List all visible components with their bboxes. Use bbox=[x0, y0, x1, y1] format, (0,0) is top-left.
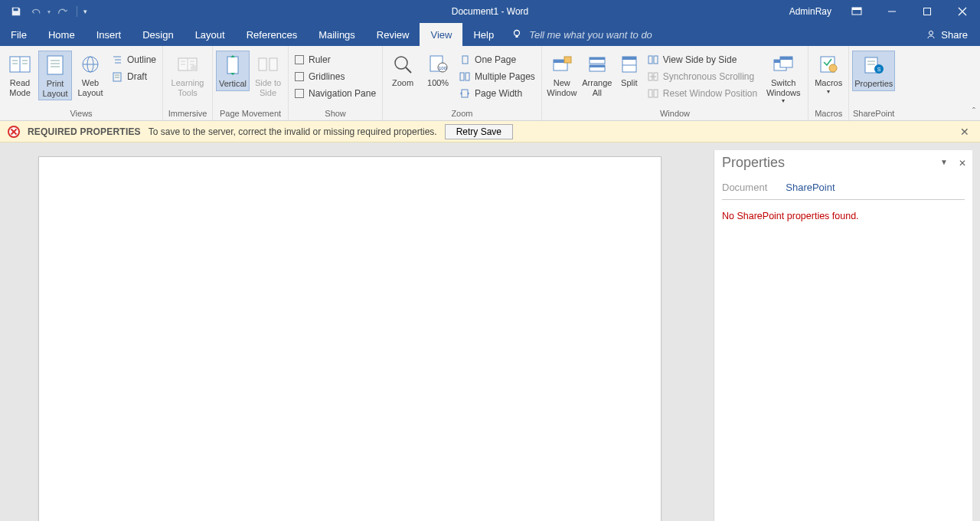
macros-button[interactable]: Macros ▾ bbox=[812, 51, 845, 97]
tab-mailings[interactable]: Mailings bbox=[308, 23, 366, 46]
learning-tools-icon bbox=[175, 52, 200, 77]
svg-rect-38 bbox=[460, 73, 464, 80]
switch-windows-button[interactable]: Switch Windows ▾ bbox=[762, 51, 805, 106]
lightbulb-icon bbox=[512, 29, 523, 40]
svg-rect-52 bbox=[654, 56, 658, 64]
undo-button[interactable] bbox=[28, 3, 44, 20]
outline-button[interactable]: Outline bbox=[112, 52, 156, 67]
share-button[interactable]: Share bbox=[913, 23, 980, 46]
vertical-icon bbox=[220, 53, 245, 77]
view-side-by-side-button[interactable]: View Side by Side bbox=[648, 52, 757, 67]
outline-icon bbox=[112, 54, 122, 65]
navigation-pane-checkbox[interactable]: Navigation Pane bbox=[295, 86, 376, 101]
document-title: Document1 - Word bbox=[452, 6, 528, 17]
minimize-button[interactable] bbox=[874, 0, 910, 23]
message-bar-title: REQUIRED PROPERTIES bbox=[28, 126, 141, 137]
pane-options-button[interactable]: ▼ bbox=[940, 158, 948, 169]
share-label: Share bbox=[941, 29, 968, 41]
redo-button[interactable] bbox=[54, 3, 70, 20]
group-immersive: Learning Tools Immersive bbox=[163, 46, 213, 120]
undo-dropdown-icon[interactable]: ▾ bbox=[47, 8, 51, 15]
message-bar-text: To save to the server, correct the inval… bbox=[149, 126, 437, 137]
dropdown-icon: ▾ bbox=[827, 88, 830, 95]
svg-rect-39 bbox=[466, 73, 469, 80]
svg-rect-55 bbox=[648, 90, 652, 97]
multiple-pages-icon bbox=[459, 71, 470, 82]
ribbon: Read Mode Print Layout Web Layout Outlin… bbox=[0, 46, 980, 121]
multiple-pages-button[interactable]: Multiple Pages bbox=[459, 69, 535, 84]
share-icon bbox=[926, 29, 936, 40]
tab-view[interactable]: View bbox=[420, 23, 462, 46]
side-to-side-icon bbox=[256, 52, 280, 77]
gridlines-checkbox[interactable]: Gridlines bbox=[295, 69, 376, 84]
message-bar: REQUIRED PROPERTIES To save to the serve… bbox=[0, 121, 980, 143]
svg-rect-60 bbox=[780, 57, 792, 60]
ruler-checkbox[interactable]: Ruler bbox=[295, 52, 376, 67]
print-layout-icon bbox=[43, 53, 67, 77]
pane-tabs: Document SharePoint bbox=[722, 177, 965, 200]
pane-tab-document[interactable]: Document bbox=[722, 177, 775, 199]
arrange-all-icon bbox=[585, 52, 609, 77]
read-mode-button[interactable]: Read Mode bbox=[3, 51, 37, 99]
tab-references[interactable]: References bbox=[236, 23, 308, 46]
svg-point-62 bbox=[829, 64, 837, 72]
tab-layout[interactable]: Layout bbox=[185, 23, 236, 46]
qat-customize-icon[interactable]: ▾ bbox=[83, 8, 87, 15]
pane-tab-sharepoint[interactable]: SharePoint bbox=[786, 177, 842, 199]
svg-rect-37 bbox=[462, 56, 468, 64]
svg-point-6 bbox=[514, 31, 520, 36]
tab-review[interactable]: Review bbox=[366, 23, 420, 46]
message-bar-close-button[interactable]: ✕ bbox=[957, 126, 972, 138]
split-button[interactable]: Split bbox=[616, 51, 643, 90]
svg-point-32 bbox=[395, 57, 407, 69]
hundred-percent-icon: 100 bbox=[426, 52, 450, 77]
new-window-button[interactable]: New Window bbox=[545, 51, 579, 99]
group-show: Ruler Gridlines Navigation Pane Show bbox=[289, 46, 383, 120]
web-layout-button[interactable]: Web Layout bbox=[74, 51, 107, 99]
tab-file[interactable]: File bbox=[0, 23, 38, 46]
properties-pane: Properties ▼ ✕ Document SharePoint No Sh… bbox=[714, 150, 972, 521]
tab-insert[interactable]: Insert bbox=[86, 23, 132, 46]
save-icon[interactable] bbox=[8, 3, 24, 20]
ribbon-display-options-button[interactable] bbox=[839, 0, 874, 23]
print-layout-button[interactable]: Print Layout bbox=[38, 51, 72, 100]
collapse-ribbon-button[interactable]: ˆ bbox=[972, 106, 975, 117]
tab-home[interactable]: Home bbox=[38, 23, 86, 46]
group-views: Read Mode Print Layout Web Layout Outlin… bbox=[0, 46, 163, 120]
tab-design[interactable]: Design bbox=[132, 23, 184, 46]
document-page[interactable] bbox=[38, 156, 662, 521]
svg-rect-14 bbox=[47, 56, 63, 74]
tell-me-search[interactable] bbox=[512, 23, 682, 46]
svg-point-7 bbox=[929, 31, 933, 35]
svg-rect-31 bbox=[270, 58, 277, 70]
error-icon bbox=[8, 126, 20, 138]
draft-button[interactable]: Draft bbox=[112, 69, 156, 84]
svg-text:S: S bbox=[877, 67, 881, 72]
user-name[interactable]: AdminRay bbox=[789, 6, 839, 17]
switch-windows-icon bbox=[771, 52, 795, 77]
page-width-button[interactable]: Page Width bbox=[459, 86, 535, 101]
one-page-button[interactable]: One Page bbox=[459, 52, 535, 67]
svg-line-33 bbox=[406, 67, 411, 73]
document-area[interactable] bbox=[0, 143, 714, 521]
tab-help[interactable]: Help bbox=[462, 23, 505, 46]
close-button[interactable] bbox=[945, 0, 980, 23]
vertical-button[interactable]: Vertical bbox=[216, 51, 250, 91]
svg-rect-45 bbox=[590, 57, 605, 60]
retry-save-button[interactable]: Retry Save bbox=[445, 124, 513, 139]
page-width-icon bbox=[459, 88, 470, 99]
properties-icon: S bbox=[861, 53, 886, 77]
dropdown-icon: ▾ bbox=[782, 97, 785, 104]
arrange-all-button[interactable]: Arrange All bbox=[580, 51, 614, 99]
reset-position-icon bbox=[648, 88, 658, 99]
zoom-100-button[interactable]: 100 100% bbox=[421, 51, 455, 90]
maximize-button[interactable] bbox=[910, 0, 945, 23]
group-sharepoint: S Properties SharePoint bbox=[849, 46, 898, 120]
svg-rect-30 bbox=[259, 58, 266, 70]
properties-button[interactable]: S Properties bbox=[852, 51, 895, 91]
pane-close-button[interactable]: ✕ bbox=[959, 158, 966, 169]
macros-icon bbox=[816, 52, 841, 77]
pane-title: Properties bbox=[722, 155, 785, 171]
zoom-button[interactable]: Zoom bbox=[386, 51, 420, 90]
tell-me-input[interactable] bbox=[529, 29, 682, 41]
